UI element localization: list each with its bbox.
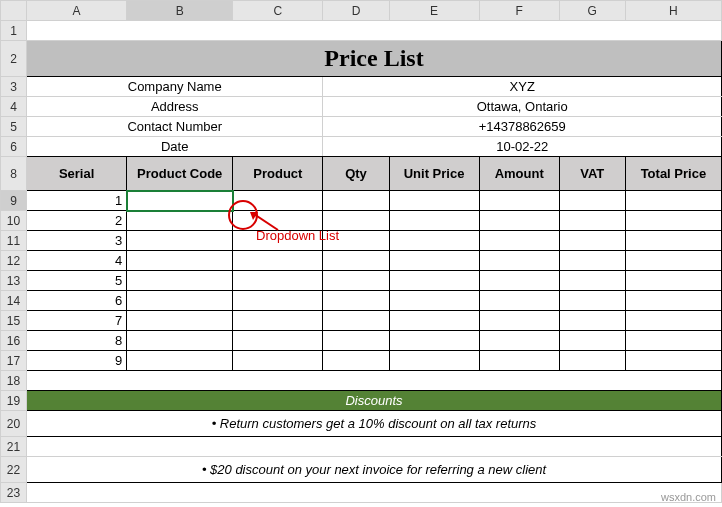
row-header[interactable]: 12 [1, 251, 27, 271]
row-header[interactable]: 5 [1, 117, 27, 137]
discount-line-2[interactable]: • $20 discount on your next invoice for … [27, 457, 722, 483]
cell[interactable] [127, 331, 233, 351]
company-name-label[interactable]: Company Name [27, 77, 323, 97]
cell[interactable] [389, 331, 479, 351]
row-header[interactable]: 22 [1, 457, 27, 483]
cell[interactable] [323, 231, 389, 251]
cell[interactable] [479, 311, 559, 331]
cell[interactable] [389, 271, 479, 291]
product-code-cell-active[interactable] [127, 191, 233, 211]
row-header[interactable]: 10 [1, 211, 27, 231]
cell[interactable] [479, 231, 559, 251]
row-header[interactable]: 1 [1, 21, 27, 41]
serial-cell[interactable]: 9 [27, 351, 127, 371]
cell[interactable] [559, 331, 625, 351]
row-header[interactable]: 13 [1, 271, 27, 291]
cell[interactable] [479, 351, 559, 371]
cell[interactable] [233, 231, 323, 251]
cell[interactable] [127, 251, 233, 271]
row-header[interactable]: 19 [1, 391, 27, 411]
serial-cell[interactable]: 6 [27, 291, 127, 311]
col-header-E[interactable]: E [389, 1, 479, 21]
cell[interactable] [27, 437, 722, 457]
discount-line-1[interactable]: • Return customers get a 10% discount on… [27, 411, 722, 437]
serial-cell[interactable]: 5 [27, 271, 127, 291]
col-header-C[interactable]: C [233, 1, 323, 21]
hdr-total-price[interactable]: Total Price [625, 157, 721, 191]
cell[interactable] [127, 351, 233, 371]
cell[interactable] [127, 291, 233, 311]
select-all-corner[interactable] [1, 1, 27, 21]
cell[interactable] [479, 271, 559, 291]
cell[interactable] [323, 271, 389, 291]
cell[interactable] [625, 271, 721, 291]
row-header[interactable]: 2 [1, 41, 27, 77]
cell[interactable] [389, 351, 479, 371]
cell[interactable] [559, 251, 625, 271]
cell[interactable] [323, 211, 389, 231]
col-header-A[interactable]: A [27, 1, 127, 21]
cell[interactable] [625, 251, 721, 271]
col-header-H[interactable]: H [625, 1, 721, 21]
serial-cell[interactable]: 2 [27, 211, 127, 231]
address-label[interactable]: Address [27, 97, 323, 117]
title-cell[interactable]: Price List [27, 41, 722, 77]
hdr-unit-price[interactable]: Unit Price [389, 157, 479, 191]
serial-cell[interactable]: 3 [27, 231, 127, 251]
row-header[interactable]: 16 [1, 331, 27, 351]
cell[interactable] [625, 351, 721, 371]
cell[interactable] [559, 271, 625, 291]
cell[interactable] [127, 311, 233, 331]
row-header[interactable]: 3 [1, 77, 27, 97]
hdr-qty[interactable]: Qty [323, 157, 389, 191]
col-header-B[interactable]: B [127, 1, 233, 21]
product-cell[interactable] [233, 191, 323, 211]
cell[interactable] [27, 371, 722, 391]
cell[interactable] [559, 291, 625, 311]
serial-cell[interactable]: 4 [27, 251, 127, 271]
contact-label[interactable]: Contact Number [27, 117, 323, 137]
row-header[interactable]: 8 [1, 157, 27, 191]
cell[interactable] [323, 331, 389, 351]
cell[interactable] [559, 231, 625, 251]
discounts-header[interactable]: Discounts [27, 391, 722, 411]
row-header[interactable]: 23 [1, 483, 27, 503]
row-header[interactable]: 14 [1, 291, 27, 311]
row-header[interactable]: 4 [1, 97, 27, 117]
serial-cell[interactable]: 7 [27, 311, 127, 331]
cell[interactable] [559, 211, 625, 231]
cell[interactable] [233, 211, 323, 231]
cell[interactable] [625, 291, 721, 311]
cell[interactable] [233, 291, 323, 311]
cell[interactable] [233, 311, 323, 331]
cell[interactable] [27, 21, 722, 41]
col-header-D[interactable]: D [323, 1, 389, 21]
cell[interactable] [559, 351, 625, 371]
cell[interactable] [233, 331, 323, 351]
hdr-product-code[interactable]: Product Code [127, 157, 233, 191]
serial-cell[interactable]: 1 [27, 191, 127, 211]
cell[interactable] [323, 311, 389, 331]
cell[interactable] [389, 311, 479, 331]
cell[interactable] [323, 351, 389, 371]
hdr-vat[interactable]: VAT [559, 157, 625, 191]
row-header[interactable]: 6 [1, 137, 27, 157]
row-header[interactable]: 17 [1, 351, 27, 371]
serial-cell[interactable]: 8 [27, 331, 127, 351]
cell[interactable] [389, 291, 479, 311]
cell[interactable] [479, 291, 559, 311]
hdr-serial[interactable]: Serial [27, 157, 127, 191]
total-price-cell[interactable] [625, 191, 721, 211]
cell[interactable] [27, 483, 722, 503]
company-name-value[interactable]: XYZ [323, 77, 722, 97]
cell[interactable] [559, 311, 625, 331]
contact-value[interactable]: +14378862659 [323, 117, 722, 137]
row-header[interactable]: 15 [1, 311, 27, 331]
col-header-F[interactable]: F [479, 1, 559, 21]
qty-cell[interactable] [323, 191, 389, 211]
row-header[interactable]: 21 [1, 437, 27, 457]
hdr-product[interactable]: Product [233, 157, 323, 191]
cell[interactable] [479, 251, 559, 271]
cell[interactable] [625, 231, 721, 251]
cell[interactable] [233, 271, 323, 291]
